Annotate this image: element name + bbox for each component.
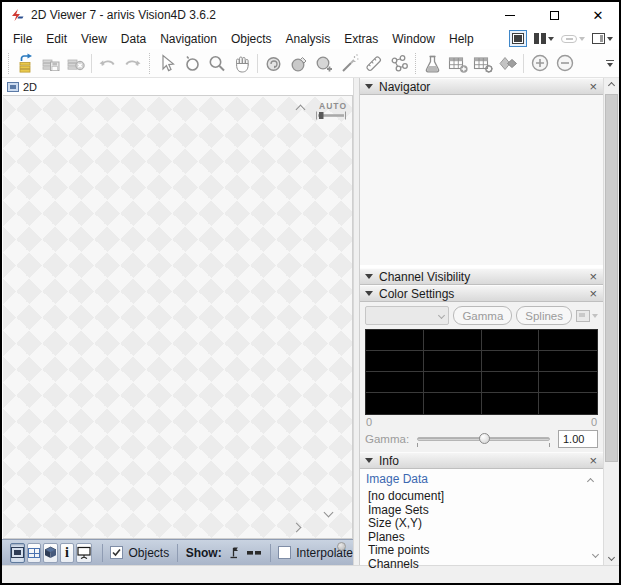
color-settings-close-icon[interactable]: × [588,287,598,300]
collapse-triangle-icon[interactable] [365,458,373,463]
navigator-close-icon[interactable]: × [588,80,598,93]
chevron-right-icon[interactable] [292,523,302,533]
view-2d-icon [11,547,24,558]
scrollbar-up-button[interactable] [604,78,619,93]
chevron-up-icon[interactable] [587,477,594,484]
splines-mode-button[interactable]: Splines [516,306,572,325]
undo-icon [97,53,118,74]
interpolate-checkbox[interactable] [278,546,291,559]
resize-grip[interactable] [337,542,346,551]
menu-edit[interactable]: Edit [39,30,74,48]
draw-circle-tool-button[interactable] [286,51,311,76]
toolbar-separator [91,54,92,73]
zoom-out-button[interactable] [552,51,577,76]
loupe-tool-button[interactable] [179,51,204,76]
app-logo-icon [10,8,25,22]
menu-file[interactable]: File [6,30,39,48]
table-settings-button[interactable] [470,51,495,76]
chevron-down-icon [438,312,445,319]
menu-analysis[interactable]: Analysis [279,30,338,48]
menu-bar: File Edit View Data Navigation Objects A… [2,28,619,49]
save-button[interactable] [38,51,63,76]
menu-data[interactable]: Data [114,30,153,48]
channel-select[interactable] [365,306,449,325]
grid-view-icon [28,548,40,558]
objects-label: Objects [128,546,169,560]
pin-icon[interactable] [229,546,239,559]
gamma-slider[interactable] [415,432,552,446]
collapse-triangle-icon[interactable] [365,274,373,279]
table-add-button[interactable] [445,51,470,76]
app-window: 2D Viewer 7 - arivis Vision4D 3.6.2 ✕ Fi… [0,0,621,585]
link-views-button[interactable] [561,35,585,43]
add-object-tool-button[interactable] [311,51,336,76]
menu-extras[interactable]: Extras [337,30,385,48]
pointer-tool-button[interactable] [154,51,179,76]
redo-button[interactable] [120,51,145,76]
navigator-header[interactable]: Navigator × [360,78,603,95]
objects-toggle[interactable]: Objects [110,546,169,560]
toolbar-overflow-button[interactable] [603,52,617,74]
scrollbar-thumb[interactable] [605,94,618,462]
minimize-button[interactable] [501,7,519,23]
magic-wand-tool-button[interactable] [336,51,361,76]
close-button[interactable]: ✕ [589,7,607,23]
menu-help[interactable]: Help [442,30,481,48]
window-layout-button[interactable] [592,33,613,44]
zoom-in-icon [529,52,551,74]
objects-checkbox[interactable] [110,546,123,559]
gamma-mode-button[interactable]: Gamma [453,306,512,325]
channel-visibility-header[interactable]: Channel Visibility × [360,268,603,285]
view-2d-button[interactable] [10,543,25,563]
color-settings-header[interactable]: Color Settings × [360,285,603,302]
split-view-button[interactable] [534,33,554,44]
viewer-tab-2d[interactable]: 2D [2,78,353,95]
import-button[interactable] [13,51,38,76]
menu-view[interactable]: View [74,30,114,48]
objects-shapes-button[interactable] [495,51,520,76]
maximize-button[interactable] [545,7,563,23]
menu-navigation[interactable]: Navigation [153,30,224,48]
magic-wand-icon [338,53,359,74]
info-close-icon[interactable]: × [588,454,598,467]
scale-bar-icon[interactable] [247,550,262,556]
channel-visibility-close-icon[interactable]: × [588,270,598,283]
zoom-in-button[interactable] [527,51,552,76]
zoom-tool-button[interactable] [204,51,229,76]
track-tool-button[interactable] [386,51,411,76]
image-data-link[interactable]: Image Data [366,472,428,486]
gamma-slider-thumb[interactable] [479,433,490,444]
analysis-button[interactable] [420,51,445,76]
chevron-down-icon [608,554,615,561]
redo-icon [122,53,143,74]
rotate-tool-button[interactable] [261,51,286,76]
save-icon [40,53,61,74]
info-view-button[interactable]: i [60,543,74,563]
view-3d-button[interactable] [43,543,58,563]
undo-button[interactable] [95,51,120,76]
menu-window[interactable]: Window [385,30,442,48]
close-document-icon [65,53,86,74]
histogram-options-button[interactable] [576,310,598,322]
view-grid-button[interactable] [27,543,41,563]
dock-scrollbar[interactable] [603,78,619,565]
collapse-triangle-icon[interactable] [365,84,373,89]
chevron-down-icon[interactable] [592,551,599,558]
single-view-button[interactable] [509,30,527,47]
pan-tool-button[interactable] [229,51,254,76]
measure-tool-button[interactable] [361,51,386,76]
chevron-up-icon[interactable] [296,105,306,115]
gamma-value-input[interactable] [558,430,598,448]
zoom-slider-icon[interactable] [315,111,347,120]
collapse-triangle-icon[interactable] [365,291,373,296]
chevron-down-icon[interactable] [324,508,334,518]
info-header[interactable]: Info × [360,452,603,469]
auto-zoom-control[interactable]: AUTO [315,101,347,120]
presentation-button[interactable] [76,543,92,563]
dock-panel: Navigator × Channel Visibility × Color S… [359,78,603,565]
scrollbar-down-button[interactable] [604,550,619,565]
menu-objects[interactable]: Objects [224,30,279,48]
viewer-canvas[interactable]: AUTO [3,95,353,539]
histogram-canvas[interactable] [365,329,598,415]
close-document-button[interactable] [63,51,88,76]
